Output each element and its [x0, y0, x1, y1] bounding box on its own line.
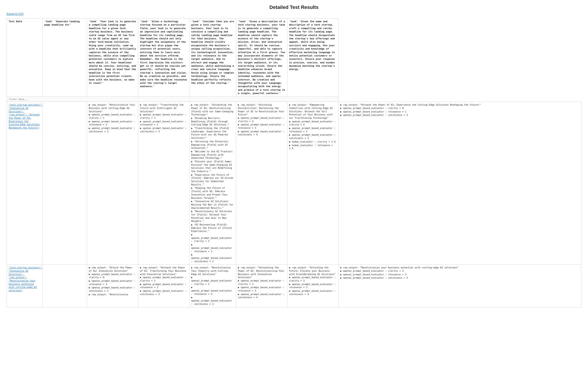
table-cell: ▶ raw_output: "Unleash the Power of AI: …	[338, 102, 581, 265]
cell-line: ▶ human_evaluator : relevance = 1.6	[289, 144, 336, 150]
results-table: Test Data 'task' 'Generate landing page …	[7, 18, 581, 307]
cell-line: ▶ "Unlocking the Potential: Empowering […	[191, 140, 234, 150]
bullet-item: ▶ raw_output: "Revolutionize your busine…	[340, 266, 579, 269]
filter-row	[7, 97, 581, 102]
test-data-link[interactable]: "raw_output": "Unleash the Power of AI: …	[9, 113, 41, 129]
test-data-link[interactable]: "raw_output": "Revolutionize your busine…	[9, 276, 41, 292]
test-data-cell: "tech_startup_business": "Innovative AI …	[7, 265, 42, 307]
test-data-cell: "tech_startup_business": "Innovative AI …	[7, 102, 42, 265]
col-header-4: 'task' 'Consider that you are given a te…	[189, 19, 236, 97]
cell-line: ▶ openai_prompt_based_evaluator : catchi…	[238, 130, 285, 136]
cell-line: ▶ openai_prompt_based_evaluator : releva…	[340, 273, 579, 276]
table-cell	[42, 102, 87, 265]
page-title: Detailed Test Results	[7, 4, 581, 10]
cell-line: ▶ "Elevate your [Field] Game: Discover t…	[191, 160, 234, 173]
cell-line: ▶ human_evaluator : clarity = 1.4	[289, 140, 336, 143]
table-row: "tech_startup_business": "Innovative AI …	[7, 102, 581, 265]
cell-line: ▶ "AI Reinventing [Field]: Embrace the F…	[191, 223, 234, 233]
bullet-item: ▶ raw_output: "Unlock the Power of Our I…	[89, 266, 136, 272]
cell-line: ▶ openai_prompt_based_evaluator : releva…	[238, 286, 285, 292]
cell-line: ▶ openai_prompt_based_evaluator : clarit…	[238, 116, 285, 123]
cell-line: ▶ "Shaping the Future of [Field] with AI…	[191, 186, 234, 200]
cell-line: ▶ openai_prompt_based_evaluator : catchi…	[89, 127, 136, 133]
table-cell: ▶ raw_output: "Unleash the Power of AI: …	[138, 265, 189, 307]
cell-line: ▶ "Experience the Future of [Field]: Emb…	[191, 173, 234, 186]
bullet-item: ▶ raw_output: "Revolutionize	[89, 293, 136, 296]
col-header-1: 'task' 'Generate landing page headline f…	[42, 19, 87, 97]
bullet-item: ▶ raw_output: "Revolutionize Your Busine…	[89, 103, 136, 113]
cell-line: ▶ "Breaking Barriers: Redefining [Field]…	[191, 117, 234, 126]
page-container: Detailed Test Results Export to CSV Test…	[0, 0, 588, 312]
cell-line: ▶ openai_prompt_based_evaluator : clarit…	[140, 276, 187, 282]
col-header-3: 'task' 'Given a technology startup focus…	[138, 19, 189, 97]
table-cell-col6: ▶ raw_output: "Empowering Industries wit…	[287, 102, 338, 265]
cell-line: ▶ openai_prompt_based_evaluator : clarit…	[140, 113, 187, 119]
filter-input[interactable]	[9, 98, 336, 101]
cell-line: ▶ openai_prompt_based_evaluator : catchi…	[191, 253, 234, 263]
cell-line: ▶ openai_prompt_based_evaluator : catchi…	[140, 289, 187, 296]
cell-line: ▶ openai_prompt_based_evaluator : catchi…	[340, 276, 579, 280]
table-cell: ▶ raw_output: "Revolutionize your busine…	[338, 265, 581, 307]
cell-line: ▶ openai_prompt_based_evaluator : releva…	[191, 243, 234, 253]
cell-line: ▶ openai_prompt_based_evaluator : catchi…	[340, 113, 579, 117]
bullet-item: ▶ raw_output: "Transforming the future w…	[140, 103, 187, 113]
cell-line: ▶ openai_prompt_based_evaluator : clarit…	[89, 273, 136, 279]
bullet-item: ▶ raw_output: "Unlocking Possibilities: …	[238, 103, 285, 116]
cell-line: ▶ openai_prompt_based_evaluator : releva…	[340, 110, 579, 113]
col-header-5: 'task' 'Given a description of a tech st…	[236, 19, 287, 97]
cell-line: ▶ openai_prompt_based_evaluator : clarit…	[191, 276, 234, 285]
cell-line: ▶ openai_prompt_based_evaluator : catchi…	[238, 293, 285, 299]
table-cell: ▶ raw_output: "Transforming the future w…	[138, 102, 189, 265]
cell-line: ▶ openai_prompt_based_evaluator : releva…	[238, 123, 285, 129]
cell-line: ▶ openai_prompt_based_evaluator : releva…	[140, 283, 187, 289]
test-data-link[interactable]: "tech_startup_business": "Innovative AI …	[9, 103, 41, 113]
col-header-test-data: Test Data	[7, 19, 42, 97]
export-csv-link[interactable]: Export to CSV	[7, 12, 24, 16]
cell-line: ▶ openai_prompt_based_evaluator : catchi…	[289, 133, 336, 140]
cell-line: ▶ "Innovative AI Solutions: Raising the …	[191, 200, 234, 210]
bullet-item: ▶ raw_output: "Revolutionize Your Indust…	[191, 266, 234, 276]
col-header-6: 'task' 'Given the name and description o…	[287, 19, 338, 97]
cell-line: ▶ openai_prompt_based_evaluator : releva…	[89, 120, 136, 126]
bullet-item: ▶ raw_output: "Unleash the Power of AI: …	[140, 266, 187, 276]
cell-line: ▶ openai_prompt_based_evaluator : clarit…	[191, 233, 234, 243]
cell-line: ▶ openai_prompt_based_evaluator : clarit…	[238, 279, 285, 285]
cell-line: ▶ "Welcome to the AI Frontier: Empowerin…	[191, 150, 234, 160]
cell-line: ▶ openai_prompt_based_evaluator : releva…	[289, 127, 336, 133]
cell-line: ▶ "Transforming the [Field] Landscape: E…	[191, 127, 234, 140]
cell-line: ▶ raw_output: "Unleashing the Power of A…	[191, 103, 234, 116]
test-data-link[interactable]: "tech_startup_business": "Innovative AI …	[9, 266, 41, 276]
table-cell: ▶ raw_output: "Revolutionize Your Indust…	[189, 265, 236, 307]
cell-line: ▶ raw_output: "Empowering Industries wit…	[289, 103, 336, 119]
cell-line: ▶ "Revolutionary AI Solutions for [Field…	[191, 210, 234, 223]
bullet-item: ▶ raw_output: "Unleash the Power of AI: …	[340, 103, 579, 107]
cell-line: ▶ openai_prompt_based_evaluator : catchi…	[89, 286, 136, 293]
table-cell: ▶ raw_output: "Unlock the Power of Our I…	[87, 265, 138, 307]
table-cell: ▶ raw_output: "Revolutionize Your Busine…	[87, 102, 138, 265]
cell-line: ▶ openai_prompt_based_evaluator : releva…	[191, 286, 234, 295]
cell-line: ▶ openai_prompt_based_evaluator : clarit…	[289, 120, 336, 126]
cell-line: ▶ openai_prompt_based_evaluator : catchi…	[289, 289, 336, 296]
table-row: "tech_startup_business": "Innovative AI …	[7, 265, 581, 307]
col-header-2: 'task' 'Your task is to generate a compe…	[87, 19, 138, 97]
cell-line: ▶ openai_prompt_based_evaluator : clarit…	[340, 107, 579, 110]
table-body: "tech_startup_business": "Innovative AI …	[7, 102, 581, 307]
bullet-item: ▶ raw_output: "Unlocking the Future: Ele…	[289, 266, 336, 276]
table-header-row: Test Data 'task' 'Generate landing page …	[7, 19, 581, 97]
bullet-item: ▶ raw_output: "Unleashing the Power of A…	[238, 266, 285, 279]
cell-line: ▶ openai_prompt_based_evaluator : clarit…	[89, 113, 136, 119]
table-cell	[42, 265, 87, 307]
table-cell-col4: ▶ raw_output: "Unleashing the Power of A…	[189, 102, 236, 265]
cell-line: ▶ openai_prompt_based_evaluator : releva…	[289, 283, 336, 289]
cell-line: ▶ openai_prompt_based_evaluator : catchi…	[191, 296, 234, 305]
cell-line: ▶ openai_prompt_based_evaluator : releva…	[89, 279, 136, 286]
cell-line: ▶ openai_prompt_based_evaluator : catchi…	[140, 127, 187, 133]
cell-line: ▶ openai_prompt_based_evaluator : clarit…	[289, 276, 336, 282]
table-cell: ▶ raw_output: "Unleashing the Power of A…	[236, 265, 287, 307]
filter-cell[interactable]	[7, 97, 338, 102]
cell-line: ▶ openai_prompt_based_evaluator : clarit…	[340, 269, 579, 273]
cell-line: ▶ openai_prompt_based_evaluator : releva…	[140, 120, 187, 126]
table-cell: ▶ raw_output: "Unlocking the Future: Ele…	[287, 265, 338, 307]
table-cell: ▶ raw_output: "Unlocking Possibilities: …	[236, 102, 287, 265]
